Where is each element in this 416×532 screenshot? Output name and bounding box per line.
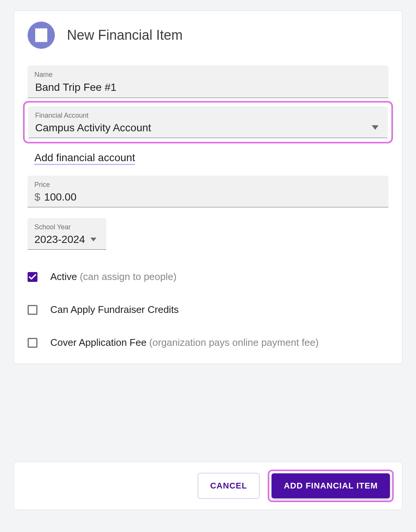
cover-fee-hint: (organization pays online payment fee): [149, 337, 319, 348]
submit-highlight: ADD FINANCIAL ITEM: [268, 470, 394, 502]
price-field[interactable]: Price $100.00: [28, 176, 388, 207]
financial-item-form-card: New Financial Item Name Financial Accoun…: [14, 11, 402, 364]
price-value: 100.00: [44, 191, 77, 203]
school-year-value: 2023-2024: [34, 233, 85, 246]
name-label: Name: [34, 71, 382, 79]
fundraiser-checkbox[interactable]: [28, 305, 37, 315]
active-hint: (can assign to people): [80, 271, 177, 282]
cover-fee-checkbox[interactable]: [28, 338, 37, 348]
add-financial-item-button[interactable]: ADD FINANCIAL ITEM: [272, 473, 390, 498]
receipt-icon: [28, 22, 55, 49]
chevron-down-icon: [90, 236, 96, 243]
financial-account-select[interactable]: Financial Account Campus Activity Accoun…: [28, 106, 388, 138]
price-label: Price: [34, 181, 382, 189]
active-label: Active (can assign to people): [50, 271, 177, 283]
add-financial-account-link[interactable]: Add financial account: [34, 152, 135, 165]
financial-account-label: Financial Account: [35, 112, 381, 120]
financial-account-highlight: Financial Account Campus Activity Accoun…: [23, 101, 393, 143]
school-year-select[interactable]: School Year 2023-2024: [28, 218, 106, 250]
cover-fee-checkbox-row: Cover Application Fee (organization pays…: [28, 337, 402, 348]
school-year-label: School Year: [34, 223, 99, 231]
cover-fee-label: Cover Application Fee (organization pays…: [50, 337, 319, 348]
cover-fee-label-text: Cover Application Fee: [50, 337, 146, 348]
active-label-text: Active: [50, 271, 77, 282]
financial-account-value: Campus Activity Account: [35, 122, 151, 134]
name-input[interactable]: [34, 81, 382, 94]
card-header: New Financial Item: [14, 22, 402, 49]
page-title: New Financial Item: [67, 27, 183, 43]
active-checkbox[interactable]: [28, 272, 37, 282]
fundraiser-label-text: Can Apply Fundraiser Credits: [50, 304, 179, 315]
currency-symbol: $: [34, 191, 40, 203]
form-footer: CANCEL ADD FINANCIAL ITEM: [14, 462, 402, 510]
active-checkbox-row: Active (can assign to people): [28, 271, 402, 283]
cancel-button[interactable]: CANCEL: [198, 473, 260, 499]
checkbox-group: Active (can assign to people) Can Apply …: [28, 271, 402, 348]
fundraiser-checkbox-row: Can Apply Fundraiser Credits: [28, 304, 402, 316]
fundraiser-label: Can Apply Fundraiser Credits: [50, 304, 179, 316]
name-field[interactable]: Name: [28, 65, 388, 98]
chevron-down-icon: [372, 124, 379, 131]
